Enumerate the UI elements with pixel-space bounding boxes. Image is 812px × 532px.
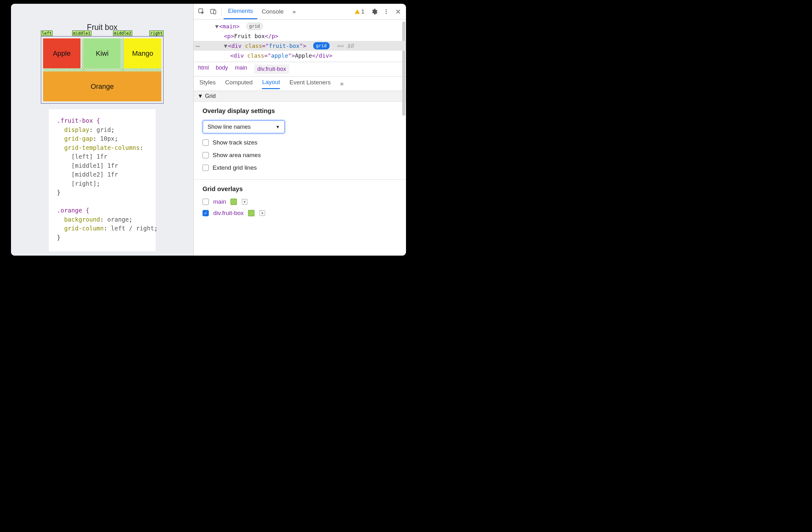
css-code-display: .fruit-box { display: grid; grid-gap: 10… [49,109,156,251]
warnings-badge[interactable]: 1 [355,8,364,15]
line-name-right: right [149,30,163,36]
disclosure-triangle-icon[interactable]: ▼ [224,42,227,49]
devtools-tabbar: Elements Console » 1 [194,4,406,19]
kebab-menu-icon[interactable] [380,6,392,18]
line-name-left: left [41,30,53,36]
section-grid-label: Grid [205,93,216,99]
checkbox-icon [203,165,209,171]
disclosure-triangle-icon[interactable]: ▼ [198,93,203,99]
settings-gear-icon[interactable] [368,6,380,18]
grid-badge[interactable]: grid [247,23,263,30]
checkbox-label: Extend grid lines [213,164,257,171]
app-window: Fruit box left middle1 middle2 right App… [11,4,406,256]
color-swatch[interactable] [248,210,255,216]
overlay-display-settings: Overlay display settings Show line names… [194,102,406,180]
dom-node-apple[interactable]: <div class="apple">Apple</div> [194,51,406,60]
checkbox-show-track-sizes[interactable]: Show track sizes [203,139,397,146]
svg-rect-2 [214,10,216,14]
cell-orange: Orange [43,71,161,101]
dom-tree[interactable]: ▼<main> grid <p>Fruit box</p> ⋯ ▼<div cl… [194,19,406,62]
svg-point-4 [386,11,387,12]
checkbox-icon [203,152,209,158]
svg-point-3 [386,9,387,10]
select-value: Show line names [207,124,251,130]
grid-gap-overlay [43,68,161,71]
tab-elements[interactable]: Elements [223,4,257,19]
line-name-middle2: middle2 [113,30,132,36]
grid-overlays-section: Grid overlays main ✓ div.fruit-box [194,180,406,225]
checkbox-extend-grid-lines[interactable]: Extend grid lines [203,164,397,171]
chevron-down-icon: ▼ [275,124,280,129]
checkbox-show-area-names[interactable]: Show area names [203,152,397,159]
overlay-checkbox-fruitbox[interactable]: ✓ [203,210,209,216]
dom-breadcrumb: html body main div.fruit-box [194,62,406,76]
subtab-event-listeners[interactable]: Event Listeners [289,79,331,88]
warning-icon [355,10,360,14]
subtab-layout[interactable]: Layout [262,79,280,89]
grid-overlays-heading: Grid overlays [203,185,397,193]
layout-panel: ▼ Grid Overlay display settings Show lin… [194,91,406,256]
color-swatch[interactable] [231,199,237,205]
ellipsis-icon[interactable]: ⋯ [195,41,200,51]
inspect-element-icon[interactable] [195,6,207,18]
overlay-checkbox-main[interactable] [203,199,209,205]
line-name-middle1: middle1 [72,30,91,36]
overlay-settings-heading: Overlay display settings [203,107,397,115]
subtab-styles[interactable]: Styles [199,79,216,88]
warning-count: 1 [361,8,364,15]
grid-line-names: left middle1 middle2 right [41,30,163,36]
subtab-more[interactable]: » [340,80,344,87]
checkbox-label: Show area names [213,152,261,159]
crumb-html[interactable]: html [198,65,209,74]
tab-console[interactable]: Console [257,4,288,19]
grid-container: left middle1 middle2 right Apple Kiwi Ma… [41,36,163,103]
subtab-computed[interactable]: Computed [225,79,253,88]
dom-node-main[interactable]: ▼<main> grid [194,22,406,31]
reveal-element-icon[interactable] [241,198,248,205]
checkbox-icon [203,139,209,146]
overlay-row-main: main [203,198,397,205]
cell-kiwi: Kiwi [84,38,121,68]
grid-overlay-border: Apple Kiwi Mango Orange [41,36,163,103]
styles-subtabs: Styles Computed Layout Event Listeners » [194,76,406,91]
reveal-element-icon[interactable] [259,210,266,216]
overlay-name-fruitbox[interactable]: div.fruit-box [213,210,244,216]
devtools-panel: Elements Console » 1 ▼<main> grid [193,4,406,256]
grid-badge-active[interactable]: grid [313,42,330,50]
dom-node-p[interactable]: <p>Fruit box</p> [194,31,406,41]
page-preview: Fruit box left middle1 middle2 right App… [11,4,193,256]
crumb-fruitbox[interactable]: div.fruit-box [254,65,289,74]
line-names-select[interactable]: Show line names ▼ [203,120,285,134]
section-grid-header[interactable]: ▼ Grid [194,91,406,102]
overlay-row-fruitbox: ✓ div.fruit-box [203,210,397,216]
close-devtools-icon[interactable] [392,6,404,18]
device-toolbar-icon[interactable] [207,6,219,18]
crumb-main[interactable]: main [235,65,247,74]
svg-point-5 [386,13,387,14]
tab-more[interactable]: » [288,4,300,19]
checkbox-label: Show track sizes [213,139,258,146]
cell-mango: Mango [124,38,161,68]
dom-node-fruitbox[interactable]: ⋯ ▼<div class="fruit-box"> grid [194,41,406,51]
crumb-body[interactable]: body [216,65,228,74]
overlay-name-main[interactable]: main [213,198,226,205]
fruit-box-grid: Apple Kiwi Mango Orange [43,38,161,101]
disclosure-triangle-icon[interactable]: ▼ [215,23,219,30]
cell-apple: Apple [43,38,81,68]
